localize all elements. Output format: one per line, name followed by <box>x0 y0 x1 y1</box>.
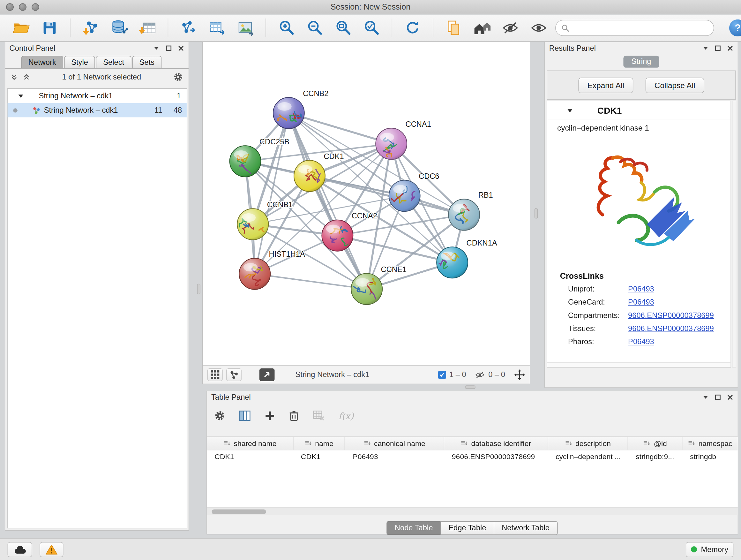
column-header-canonical-name[interactable]: canonical name <box>345 437 444 450</box>
close-panel-icon[interactable] <box>727 45 734 51</box>
network-node-CDK1[interactable] <box>294 160 325 192</box>
show-details-button[interactable] <box>527 17 550 39</box>
collapse-all-icon[interactable] <box>11 74 17 80</box>
open-session-button[interactable] <box>10 17 33 39</box>
node-label-CDK1: CDK1 <box>324 152 344 161</box>
tab-style[interactable]: Style <box>64 56 95 68</box>
results-horizontal-scrollbar[interactable] <box>547 362 731 367</box>
zoom-window-button[interactable] <box>31 3 39 11</box>
collapse-all-button[interactable]: Collapse All <box>646 77 704 93</box>
zoom-in-button[interactable] <box>274 17 298 39</box>
search-input[interactable] <box>573 23 708 32</box>
memory-button[interactable]: Memory <box>686 542 733 557</box>
tab-sets[interactable]: Sets <box>132 56 161 68</box>
close-window-button[interactable] <box>6 3 14 11</box>
new-network-from-selection-button[interactable] <box>177 17 200 39</box>
scrollbar-thumb[interactable] <box>212 509 266 514</box>
column-header-id[interactable]: @id <box>628 437 683 450</box>
network-node-CDC6[interactable] <box>389 180 420 211</box>
network-canvas[interactable]: CCNB2CCNA1CDC25BCDK1CDC6RB1CCNB1CCNA2CDK… <box>203 42 530 365</box>
close-panel-icon[interactable] <box>727 394 734 400</box>
network-edge-CCNB2-CCNA1[interactable] <box>289 113 391 144</box>
maximize-panel-icon[interactable] <box>715 45 721 51</box>
import-network-file-button[interactable] <box>79 17 103 39</box>
tree-row-collection[interactable]: String Network – cdk1 1 <box>8 89 187 103</box>
network-node-CCNE1[interactable] <box>351 273 382 305</box>
disclosure-triangle-icon[interactable] <box>18 94 23 98</box>
network-edge-HIST1H1A-CCNE1[interactable] <box>255 274 367 289</box>
delete-column-trash-icon[interactable] <box>289 410 299 422</box>
apply-layout-button[interactable] <box>401 17 424 39</box>
network-edge-CCNB2-HIST1H1A[interactable] <box>255 113 289 274</box>
export-image-button[interactable] <box>233 17 257 39</box>
add-column-icon[interactable] <box>265 411 275 421</box>
detach-view-button[interactable] <box>259 368 274 381</box>
column-header-name[interactable]: name <box>293 437 345 450</box>
maximize-panel-icon[interactable] <box>715 394 721 400</box>
minimize-window-button[interactable] <box>19 3 26 11</box>
tab-edge-table[interactable]: Edge Table <box>441 521 494 535</box>
network-node-CDC25B[interactable] <box>230 145 261 177</box>
network-node-CCNA1[interactable] <box>376 128 407 159</box>
tab-node-table[interactable]: Node Table <box>387 521 441 535</box>
show-columns-icon[interactable] <box>239 411 251 421</box>
network-node-CDKN1A[interactable] <box>436 247 468 278</box>
close-panel-icon[interactable] <box>178 45 185 51</box>
pan-move-icon[interactable] <box>514 369 525 380</box>
hidden-eye-icon[interactable] <box>475 370 485 380</box>
home-button[interactable] <box>470 17 494 39</box>
gear-icon[interactable] <box>173 72 183 82</box>
import-table-button[interactable] <box>136 17 159 39</box>
network-node-RB1[interactable] <box>448 199 480 231</box>
network-edge-CCNB2-CCNE1[interactable] <box>289 113 367 289</box>
warnings-button[interactable] <box>40 542 63 557</box>
zoom-fit-button[interactable] <box>331 17 355 39</box>
import-network-database-button[interactable] <box>107 17 131 39</box>
column-header-shared-name[interactable]: shared name <box>207 437 293 450</box>
cloud-status-button[interactable] <box>8 542 32 557</box>
table-row[interactable]: CDK1 CDK1 P06493 9606.ENSP00000378699 cy… <box>207 450 738 463</box>
delete-table-icon[interactable] <box>313 411 324 421</box>
zoom-out-button[interactable] <box>303 17 327 39</box>
duplicate-button[interactable] <box>442 17 466 39</box>
crosslink-link[interactable]: P06493 <box>628 285 654 294</box>
help-button[interactable]: ? <box>729 19 741 37</box>
results-vertical-scrollbar[interactable] <box>732 101 736 368</box>
expand-all-icon[interactable] <box>23 74 30 80</box>
float-panel-icon[interactable] <box>702 394 709 400</box>
tree-row-network[interactable]: String Network – cdk1 11 48 <box>8 103 187 117</box>
new-table-button[interactable] <box>205 17 229 39</box>
table-settings-gear-icon[interactable] <box>214 411 225 421</box>
selected-checkbox[interactable] <box>438 371 446 379</box>
tab-network-table[interactable]: Network Table <box>494 521 557 535</box>
birds-eye-view-button[interactable] <box>207 368 222 381</box>
float-panel-icon[interactable] <box>153 45 160 51</box>
column-header-database-identifier[interactable]: database identifier <box>444 437 548 450</box>
network-node-CCNA2[interactable] <box>322 220 353 251</box>
left-splitter-handle[interactable] <box>197 284 200 294</box>
function-builder-button[interactable]: f(x) <box>338 411 354 421</box>
network-node-CCNB2[interactable] <box>273 98 305 129</box>
zoom-selected-button[interactable] <box>360 17 383 39</box>
tab-select[interactable]: Select <box>96 56 131 68</box>
network-overview-button[interactable] <box>226 368 241 381</box>
right-splitter-handle[interactable] <box>535 208 538 219</box>
crosslink-link[interactable]: P06493 <box>628 298 654 307</box>
tab-string[interactable]: String <box>623 56 659 68</box>
maximize-panel-icon[interactable] <box>165 45 172 51</box>
network-node-CCNB1[interactable] <box>237 208 268 240</box>
network-node-HIST1H1A[interactable] <box>239 258 270 290</box>
crosslink-link[interactable]: 9606.ENSP00000378699 <box>628 324 714 333</box>
bottom-splitter-handle[interactable] <box>465 385 475 388</box>
save-session-button[interactable] <box>38 17 61 39</box>
crosslink-link[interactable]: 9606.ENSP00000378699 <box>628 311 714 320</box>
hide-details-button[interactable] <box>498 17 522 39</box>
column-header-description[interactable]: description <box>548 437 628 450</box>
float-panel-icon[interactable] <box>702 45 709 51</box>
disclosure-triangle-icon[interactable] <box>567 108 573 113</box>
tab-network[interactable]: Network <box>21 56 63 68</box>
expand-all-button[interactable]: Expand All <box>578 77 633 93</box>
crosslink-link[interactable]: P06493 <box>628 338 654 347</box>
column-header-namespace[interactable]: namespac <box>683 437 738 450</box>
gene-entry-header[interactable]: CDK1 <box>547 101 731 120</box>
